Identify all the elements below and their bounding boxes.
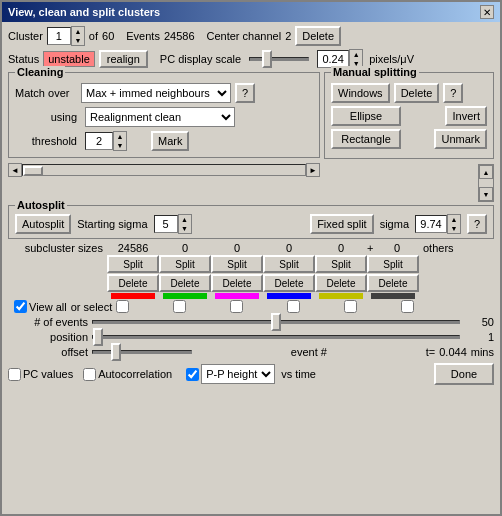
sigma-spinner[interactable]: ▲ ▼ bbox=[415, 214, 461, 234]
pc-values-checkbox[interactable] bbox=[8, 368, 21, 381]
h-scroll-track[interactable] bbox=[22, 164, 306, 176]
select-cb-5[interactable] bbox=[401, 300, 414, 313]
events-slider[interactable] bbox=[92, 320, 460, 324]
delete-btn-4[interactable]: Delete bbox=[315, 274, 367, 292]
ms-question-button[interactable]: ? bbox=[443, 83, 463, 103]
invert-button[interactable]: Invert bbox=[445, 106, 487, 126]
view-all-checkbox[interactable] bbox=[14, 300, 27, 313]
delete-btn-1[interactable]: Delete bbox=[159, 274, 211, 292]
threshold-down[interactable]: ▼ bbox=[114, 141, 126, 150]
realign-button[interactable]: realign bbox=[99, 50, 148, 68]
split-btn-3[interactable]: Split bbox=[263, 255, 315, 273]
subcluster-sizes-label: subcluster sizes bbox=[8, 242, 103, 254]
delete-btn-0[interactable]: Delete bbox=[107, 274, 159, 292]
autosplit-question-button[interactable]: ? bbox=[467, 214, 487, 234]
select-cb-0[interactable] bbox=[116, 300, 129, 313]
delete-cluster-button[interactable]: Delete bbox=[295, 26, 341, 46]
position-slider[interactable] bbox=[92, 335, 460, 339]
delete-btn-3[interactable]: Delete bbox=[263, 274, 315, 292]
pc-display-slider[interactable] bbox=[249, 57, 309, 61]
starting-sigma-down[interactable]: ▼ bbox=[179, 224, 191, 233]
sigma-down[interactable]: ▼ bbox=[448, 224, 460, 233]
close-button[interactable]: ✕ bbox=[480, 5, 494, 19]
cluster-total: 60 bbox=[102, 30, 114, 42]
starting-sigma-up[interactable]: ▲ bbox=[179, 215, 191, 224]
done-button[interactable]: Done bbox=[434, 363, 494, 385]
autocorrelation-container: Autocorrelation bbox=[83, 368, 172, 381]
cluster-value bbox=[47, 27, 71, 45]
delete-btn-5[interactable]: Delete bbox=[367, 274, 419, 292]
cluster-spinner[interactable]: ▲ ▼ bbox=[47, 26, 85, 46]
sigma-up[interactable]: ▲ bbox=[448, 215, 460, 224]
v-scrollbar[interactable]: ▲ ▼ bbox=[478, 164, 494, 202]
scroll-up-arrow[interactable]: ▲ bbox=[479, 165, 493, 179]
pc-values-label: PC values bbox=[23, 368, 73, 380]
cluster-row: Cluster ▲ ▼ of 60 Events 24586 Center ch… bbox=[8, 26, 494, 46]
of-label: of bbox=[89, 30, 98, 42]
status-badge: unstable bbox=[43, 51, 95, 67]
using-row: using Realignment clean bbox=[15, 107, 313, 127]
events-value: 24586 bbox=[164, 30, 195, 42]
fixed-split-button[interactable]: Fixed split bbox=[310, 214, 374, 234]
match-over-row: Match over Max + immed neighbours ? bbox=[15, 83, 313, 103]
split-btn-4[interactable]: Split bbox=[315, 255, 367, 273]
autosplit-button[interactable]: Autosplit bbox=[15, 214, 71, 234]
vs-time-label: vs time bbox=[281, 368, 316, 380]
status-row: Status unstable realign PC display scale… bbox=[8, 49, 494, 69]
ms-delete1-button[interactable]: Delete bbox=[394, 83, 440, 103]
split-btn-2[interactable]: Split bbox=[211, 255, 263, 273]
windows-button[interactable]: Windows bbox=[331, 83, 390, 103]
select-cb-1[interactable] bbox=[173, 300, 186, 313]
pp-height-select[interactable]: P-P height bbox=[202, 365, 274, 383]
split-buttons-row: Split Split Split Split Split Split bbox=[8, 255, 494, 273]
split-btn-5[interactable]: Split bbox=[367, 255, 419, 273]
scroll-right-arrow[interactable]: ► bbox=[306, 163, 320, 177]
match-over-select[interactable]: Max + immed neighbours bbox=[81, 83, 231, 103]
select-cb-2[interactable] bbox=[230, 300, 243, 313]
starting-sigma-spinner[interactable]: ▲ ▼ bbox=[154, 214, 192, 234]
subcluster-val-2: 0 bbox=[211, 242, 263, 254]
ms-row3: Rectangle Unmark bbox=[331, 129, 487, 149]
offset-slider[interactable] bbox=[92, 350, 192, 354]
main-panels: Cleaning Match over Max + immed neighbou… bbox=[8, 72, 494, 202]
scroll-down-arrow[interactable]: ▼ bbox=[479, 187, 493, 201]
cluster-label: Cluster bbox=[8, 30, 43, 42]
scroll-left-arrow[interactable]: ◄ bbox=[8, 163, 22, 177]
pixels-label: pixels/μV bbox=[369, 53, 414, 65]
cluster-up[interactable]: ▲ bbox=[72, 27, 84, 36]
center-channel-label: Center channel bbox=[207, 30, 282, 42]
cleaning-group: Cleaning Match over Max + immed neighbou… bbox=[8, 72, 320, 158]
or-select-label: or select bbox=[71, 301, 113, 313]
threshold-spinner[interactable]: ▲ ▼ bbox=[85, 131, 127, 151]
subcluster-val-0: 24586 bbox=[107, 242, 159, 254]
ellipse-button[interactable]: Ellipse bbox=[331, 106, 401, 126]
subcluster-val-4: 0 bbox=[315, 242, 367, 254]
view-all-container: View all bbox=[14, 300, 67, 313]
cluster-down[interactable]: ▼ bbox=[72, 36, 84, 45]
threshold-row: threshold ▲ ▼ Mark bbox=[15, 131, 313, 151]
threshold-up[interactable]: ▲ bbox=[114, 132, 126, 141]
mark-button[interactable]: Mark bbox=[151, 131, 189, 151]
delete-btn-2[interactable]: Delete bbox=[211, 274, 263, 292]
split-btn-0[interactable]: Split bbox=[107, 255, 159, 273]
v-scroll-track[interactable] bbox=[479, 179, 493, 187]
autocorrelation-checkbox[interactable] bbox=[83, 368, 96, 381]
unmark-button[interactable]: Unmark bbox=[434, 129, 487, 149]
select-cb-3[interactable] bbox=[287, 300, 300, 313]
sigma-label: sigma bbox=[380, 218, 409, 230]
cleaning-question-button[interactable]: ? bbox=[235, 83, 255, 103]
pp-height-checkbox[interactable] bbox=[186, 368, 199, 381]
split-btn-1[interactable]: Split bbox=[159, 255, 211, 273]
threshold-value bbox=[85, 132, 113, 150]
using-select[interactable]: Realignment clean bbox=[85, 107, 235, 127]
others-label: others bbox=[423, 242, 454, 254]
h-scroll-thumb[interactable] bbox=[23, 166, 43, 176]
pc-display-up[interactable]: ▲ bbox=[350, 50, 362, 59]
mins-label: mins bbox=[471, 346, 494, 358]
main-window: View, clean and split clusters ✕ Cluster… bbox=[0, 0, 502, 516]
view-all-label: View all bbox=[29, 301, 67, 313]
pp-height-select-wrapper[interactable]: P-P height bbox=[201, 364, 275, 384]
events-slider-row: # of events 50 bbox=[8, 316, 494, 328]
rectangle-button[interactable]: Rectangle bbox=[331, 129, 401, 149]
select-cb-4[interactable] bbox=[344, 300, 357, 313]
